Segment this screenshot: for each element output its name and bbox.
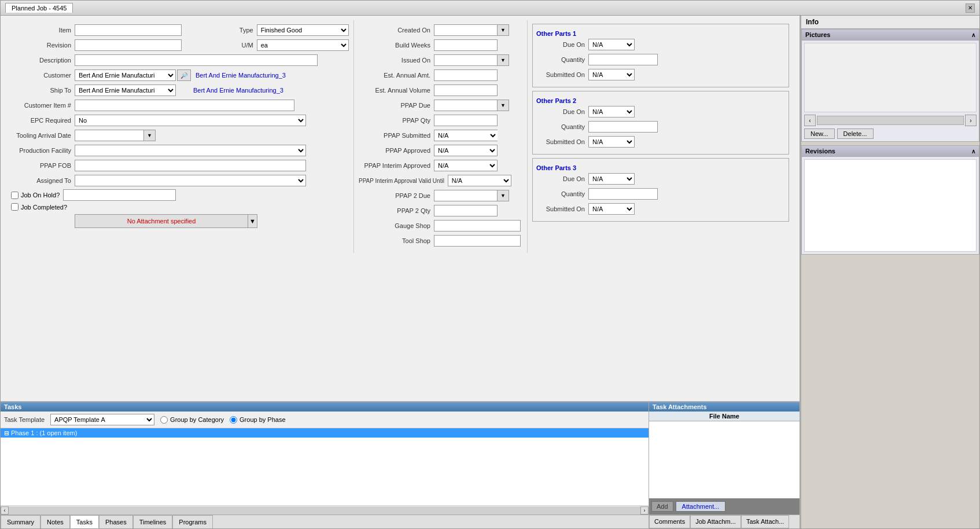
group-by-category-label: Group by Category: [170, 416, 224, 423]
job-on-hold-checkbox[interactable]: [11, 192, 19, 199]
add-button[interactable]: Add: [651, 501, 673, 512]
created-on-input[interactable]: 2016-11-08: [434, 24, 498, 36]
attachment-arrow[interactable]: ▼: [248, 214, 257, 228]
other-parts-3-section: Other Parts 3 Due On N/A Quantity: [532, 158, 789, 222]
task-template-select[interactable]: APQP Template A: [50, 414, 154, 425]
tab-comments[interactable]: Comments: [649, 515, 690, 528]
close-button[interactable]: ✕: [966, 3, 975, 13]
revision-row: Revision U/M ea: [11, 39, 349, 52]
attachment-action-button[interactable]: Attachment...: [676, 501, 726, 512]
op1-qty-input[interactable]: [588, 54, 658, 65]
task-scroll-left[interactable]: ‹: [1, 506, 9, 515]
ppap-due-arrow[interactable]: ▼: [498, 100, 509, 111]
customer-select[interactable]: Bert And Ernie Manufacturi: [75, 69, 176, 81]
other-parts-1-section: Other Parts 1 Due On N/A Quantity: [532, 24, 789, 87]
revision-input[interactable]: [75, 39, 182, 51]
ppap-interim-valid-label: PPAP Interim Approval Valid Until: [359, 178, 448, 184]
est-vol-row: Est. Annual Volume: [359, 84, 522, 97]
op1-submitted-select[interactable]: N/A: [588, 69, 635, 80]
assigned-to-label: Assigned To: [11, 177, 75, 184]
op1-due-select[interactable]: N/A: [588, 39, 635, 50]
tab-phases[interactable]: Phases: [99, 515, 133, 528]
tooling-arrow[interactable]: ▼: [144, 130, 156, 141]
tab-programs[interactable]: Programs: [172, 515, 213, 528]
ppap2-due-arrow[interactable]: ▼: [498, 190, 509, 201]
pictures-section-header[interactable]: Pictures ∧: [801, 29, 979, 40]
epc-select[interactable]: No: [75, 115, 306, 126]
op1-qty-row: Quantity: [536, 53, 785, 66]
build-weeks-input[interactable]: [434, 39, 498, 51]
phase-1-row[interactable]: ⊟ Phase 1 : (1 open item): [1, 428, 649, 438]
ship-to-link[interactable]: Bert And Ernie Manufacturing_3: [193, 87, 283, 94]
ppap-due-input[interactable]: 2016-11-08: [434, 100, 498, 111]
task-scroll-right[interactable]: ›: [640, 506, 649, 515]
revisions-section: Revisions ∧: [801, 145, 979, 255]
item-input[interactable]: 4545: [75, 24, 182, 36]
tab-task-attachments[interactable]: Task Attach...: [741, 515, 789, 528]
production-select[interactable]: [75, 145, 306, 156]
assigned-to-select[interactable]: [75, 175, 306, 186]
tab-tasks[interactable]: Tasks: [70, 515, 99, 528]
created-on-label: Created On: [359, 27, 434, 34]
op1-submitted-label: Submitted On: [536, 71, 588, 78]
created-on-arrow[interactable]: ▼: [498, 24, 509, 36]
new-picture-button[interactable]: New...: [804, 128, 835, 139]
tool-shop-input[interactable]: [434, 235, 521, 247]
task-template-label: Task Template: [4, 416, 45, 423]
form-col-right: Other Parts 1 Due On N/A Quantity: [527, 20, 794, 253]
tab-timelines[interactable]: Timelines: [133, 515, 173, 528]
op1-submitted-row: Submitted On N/A: [536, 68, 785, 81]
op3-due-row: Due On N/A: [536, 172, 785, 185]
attachment-button[interactable]: No Attachment specified: [75, 214, 248, 228]
ppap2-due-row: PPAP 2 Due 2016-11-08 ▼: [359, 189, 522, 202]
tab-summary[interactable]: Summary: [1, 515, 40, 528]
assigned-to-row: Assigned To: [11, 174, 349, 187]
tooling-input[interactable]: [75, 130, 144, 141]
type-select[interactable]: Finished Good: [257, 24, 349, 36]
customer-label: Customer: [11, 72, 75, 79]
ppap-approved-select[interactable]: N/A: [434, 145, 498, 156]
group-by-phase-input[interactable]: [230, 416, 237, 424]
ppap2-due-input[interactable]: 2016-11-08: [434, 190, 498, 201]
tasks-header: Tasks: [1, 402, 649, 412]
issued-on-input[interactable]: 2016-11-08: [434, 54, 498, 66]
ppap-submitted-select[interactable]: N/A: [434, 130, 498, 141]
job-completed-checkbox[interactable]: [11, 203, 19, 211]
task-scroll-track[interactable]: [9, 506, 640, 515]
ppap-fob-input[interactable]: [75, 160, 306, 171]
tab-job-attachments[interactable]: Job Attachm...: [690, 515, 741, 528]
revisions-section-header[interactable]: Revisions ∧: [801, 145, 979, 156]
tab-notes[interactable]: Notes: [40, 515, 70, 528]
customer-row: Customer Bert And Ernie Manufacturi 🔎 Be…: [11, 69, 349, 82]
op3-submitted-select[interactable]: N/A: [588, 203, 635, 215]
customer-item-label: Customer Item #: [11, 102, 75, 109]
est-vol-input[interactable]: [434, 85, 498, 96]
job-on-hold-input[interactable]: [63, 189, 176, 201]
issued-on-arrow[interactable]: ▼: [498, 54, 509, 66]
ppap2-qty-input[interactable]: [434, 205, 498, 216]
ppap-qty-input[interactable]: [434, 115, 498, 126]
op3-due-select[interactable]: N/A: [588, 173, 635, 185]
op2-due-select[interactable]: N/A: [588, 106, 635, 117]
info-panel: Info Pictures ∧ ‹ › New... Delete: [800, 16, 979, 528]
customer-link[interactable]: Bert And Ernie Manufacturing_3: [196, 72, 286, 79]
op3-qty-input[interactable]: [588, 188, 658, 200]
pictures-nav-track[interactable]: [817, 116, 964, 125]
est-amt-input[interactable]: [434, 69, 498, 81]
group-by-category-input[interactable]: [160, 416, 168, 424]
op2-qty-row: Quantity: [536, 120, 785, 133]
ppap-interim-valid-select[interactable]: N/A: [448, 175, 511, 186]
attachment-controls: No Attachment specified ▼: [75, 214, 257, 228]
pictures-nav-left[interactable]: ‹: [804, 115, 816, 126]
op2-submitted-select[interactable]: N/A: [588, 136, 635, 148]
gauge-shop-input[interactable]: [434, 220, 521, 232]
customer-search-button[interactable]: 🔎: [177, 69, 191, 81]
customer-item-input[interactable]: [75, 100, 294, 111]
delete-picture-button[interactable]: Delete...: [837, 128, 874, 139]
ppap-interim-select[interactable]: N/A: [434, 160, 498, 171]
ship-to-select[interactable]: Bert And Ernie Manufacturi: [75, 85, 176, 96]
op2-qty-input[interactable]: [588, 121, 658, 133]
um-select[interactable]: ea: [257, 39, 349, 51]
pictures-nav-right[interactable]: ›: [965, 115, 977, 126]
description-input[interactable]: [75, 54, 318, 66]
